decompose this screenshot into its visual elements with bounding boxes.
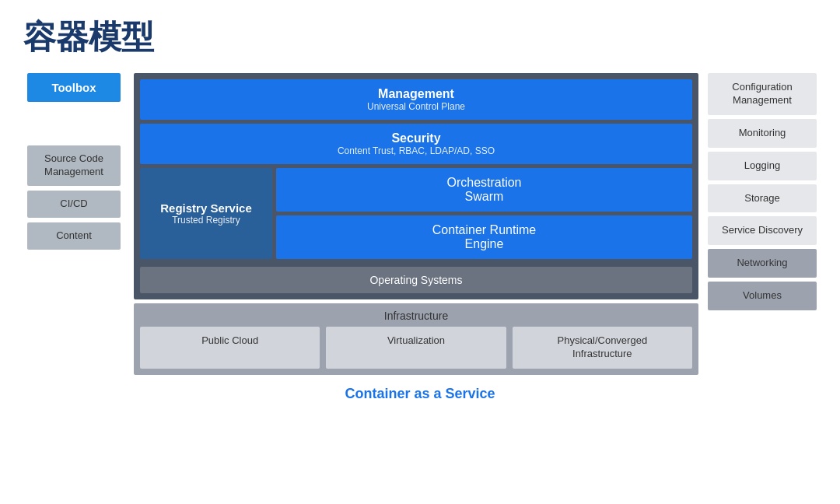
security-title: Security: [146, 131, 686, 145]
runtime-sub: Engine: [282, 237, 686, 251]
orchestration-title: Orchestration: [282, 176, 686, 190]
security-sub: Content Trust, RBAC, LDAP/AD, SSO: [146, 145, 686, 156]
page-title: 容器模型: [23, 16, 817, 59]
logging-item: Logging: [708, 152, 817, 180]
infra-row: Public Cloud Virtualization Physical/Con…: [140, 327, 692, 369]
toolbox-box: Toolbox: [27, 73, 121, 102]
runtime-box: Container Runtime Engine: [276, 215, 692, 259]
public-cloud-item: Public Cloud: [140, 327, 320, 369]
storage-item: Storage: [708, 184, 817, 213]
physical-item: Physical/Converged Infrastructure: [513, 327, 692, 369]
volumes-item: Volumes: [708, 282, 817, 310]
management-title: Management: [146, 87, 686, 101]
config-mgmt-item: Configuration Management: [708, 73, 817, 115]
infra-container: Infrastructure Public Cloud Virtualizati…: [134, 303, 698, 375]
infra-title: Infrastructure: [140, 310, 692, 322]
center-block: Management Universal Control Plane Secur…: [134, 73, 698, 375]
monitoring-item: Monitoring: [708, 119, 817, 148]
security-row: Security Content Trust, RBAC, LDAP/AD, S…: [140, 124, 692, 164]
os-bar: Operating Systems: [140, 267, 692, 293]
orch-runtime-stack: Orchestration Swarm Container Runtime En…: [276, 168, 692, 259]
cicd-item: CI/CD: [27, 191, 121, 218]
right-column: Configuration Management Monitoring Logg…: [708, 73, 817, 310]
service-discovery-item: Service Discovery: [708, 216, 817, 245]
management-row: Management Universal Control Plane: [140, 79, 692, 120]
virtualization-item: Virtualization: [326, 327, 506, 369]
content-item: Content: [27, 222, 121, 250]
diagram-area: Toolbox Source Code Management CI/CD Con…: [23, 73, 817, 375]
management-sub: Universal Control Plane: [146, 101, 686, 112]
source-code-item: Source Code Management: [27, 145, 121, 186]
main-container: Management Universal Control Plane Secur…: [134, 73, 698, 299]
registry-sub: Trusted Registry: [148, 215, 264, 226]
page: 容器模型 Toolbox Source Code Management CI/C…: [0, 0, 840, 504]
orchestration-box: Orchestration Swarm: [276, 168, 692, 212]
bottom-label: Container as a Service: [23, 386, 817, 402]
orchestration-sub: Swarm: [282, 190, 686, 204]
runtime-title: Container Runtime: [282, 223, 686, 237]
networking-item: Networking: [708, 249, 817, 278]
registry-orch-row: Registry Service Trusted Registry Orches…: [140, 168, 692, 259]
registry-title: Registry Service: [148, 201, 264, 215]
left-column: Toolbox Source Code Management CI/CD Con…: [23, 73, 124, 250]
registry-box: Registry Service Trusted Registry: [140, 168, 272, 259]
